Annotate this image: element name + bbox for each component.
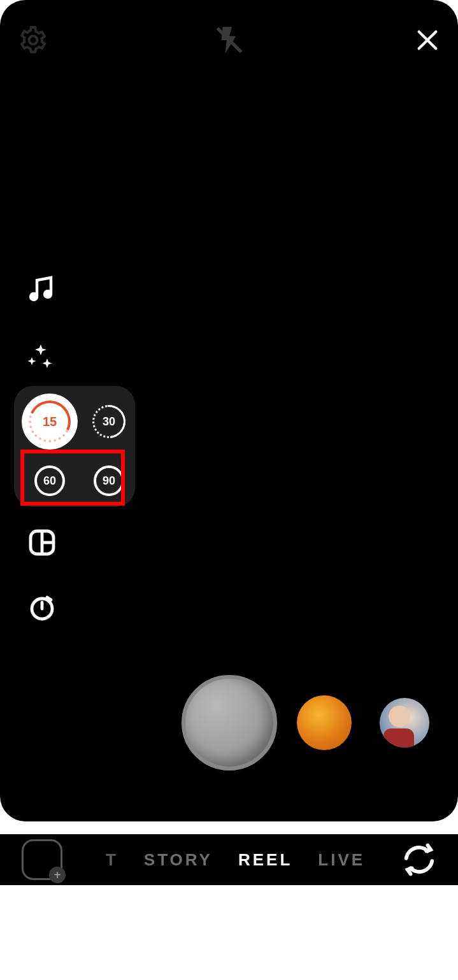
svg-line-11 [47, 597, 51, 600]
shutter-button[interactable] [182, 675, 277, 771]
settings-icon[interactable] [18, 25, 48, 58]
top-bar [0, 19, 458, 64]
mode-prev-partial[interactable]: T [106, 850, 118, 870]
mode-live[interactable]: LIVE [318, 850, 365, 870]
bottom-bar: + T STORY REEL LIVE [0, 834, 458, 885]
svg-point-5 [45, 291, 51, 297]
svg-point-0 [29, 36, 38, 45]
duration-panel: 15 30 60 90 [14, 386, 135, 507]
music-icon[interactable] [25, 274, 56, 307]
gallery-thumbnail[interactable] [380, 698, 429, 748]
duration-30-button[interactable]: 30 [84, 397, 134, 446]
camera-screen: 15 30 60 90 [0, 0, 458, 821]
plus-icon: + [49, 867, 66, 883]
duration-60-button[interactable]: 60 [25, 456, 75, 506]
gallery-picker-button[interactable]: + [22, 839, 62, 880]
left-tools-lower [27, 527, 57, 625]
left-tools-upper [25, 274, 56, 375]
mode-strip: T STORY REEL LIVE [83, 850, 388, 870]
switch-camera-icon[interactable] [402, 842, 436, 877]
timer-icon[interactable] [27, 592, 57, 625]
duration-90-label: 90 [103, 474, 115, 488]
close-icon[interactable] [415, 27, 440, 55]
effect-thumbnail[interactable] [297, 695, 352, 750]
mode-reel[interactable]: REEL [238, 850, 292, 870]
mode-story[interactable]: STORY [144, 850, 213, 870]
layout-icon[interactable] [27, 527, 57, 560]
flash-off-icon[interactable] [213, 24, 245, 59]
effects-icon[interactable] [25, 342, 56, 375]
capture-row [0, 675, 458, 771]
duration-15-button[interactable]: 15 [22, 394, 78, 450]
svg-point-4 [31, 294, 37, 300]
duration-60-label: 60 [43, 474, 56, 488]
duration-90-button[interactable]: 90 [84, 456, 134, 506]
